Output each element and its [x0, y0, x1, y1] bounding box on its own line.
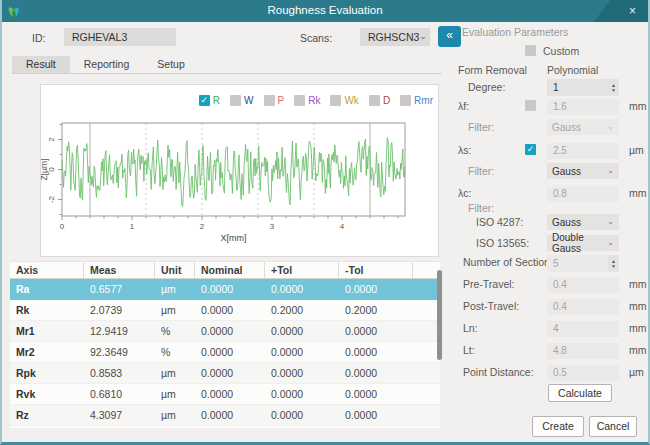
- value-cell: 0.0000: [339, 405, 413, 425]
- iso-4287-value: Gauss: [552, 217, 581, 228]
- point-distance-field: 0.5: [547, 365, 619, 381]
- value-cell: 92.3649: [84, 342, 155, 362]
- post-travel-label: Post-Travel:: [463, 300, 519, 312]
- iso-13565-value: Double Gauss: [552, 232, 607, 254]
- column-header-axis[interactable]: Axis: [10, 262, 84, 279]
- filter-s-select[interactable]: Gauss ⌄: [547, 163, 619, 179]
- filter-s-label: Filter:: [468, 165, 494, 177]
- legend-item-r[interactable]: ✓R: [199, 95, 220, 106]
- x-tick-label: 2: [200, 222, 205, 231]
- filter-f-value: Gauss: [552, 122, 581, 133]
- num-sections-value: 5: [547, 255, 608, 272]
- value-cell: 0.0000: [339, 279, 413, 299]
- table-row-rvk[interactable]: Rvk0.6810µm0.00000.00000.0000: [10, 384, 440, 405]
- axis-cell: Ra: [10, 279, 84, 299]
- table-row-rz[interactable]: Rz4.3097µm0.00000.00000.0000: [10, 405, 440, 426]
- value-cell: 0.2000: [339, 300, 413, 320]
- d-profile-checkbox[interactable]: ✓: [369, 95, 380, 106]
- value-cell: 12.9419: [84, 321, 155, 341]
- axis-cell: Rvk: [10, 384, 84, 404]
- point-distance-label: Point Distance:: [463, 366, 534, 378]
- roughness-profile-chart: 01234-202Z[µm]X[mm]: [41, 85, 440, 258]
- point-distance-unit: µm: [629, 366, 644, 378]
- column-header-unit[interactable]: Unit: [155, 262, 195, 279]
- lt-label: Lt:: [463, 344, 475, 356]
- value-cell: 0.8583: [84, 363, 155, 383]
- value-cell: 0.0000: [265, 384, 339, 404]
- chevron-down-icon: ⌄: [607, 217, 614, 226]
- value-cell: 0.6577: [84, 279, 155, 299]
- id-label: ID:: [32, 32, 45, 44]
- legend-item-p[interactable]: ✓P: [264, 95, 285, 106]
- evaluation-parameters-title: Evaluation Parameters: [462, 26, 568, 38]
- value-cell: 0.0000: [265, 363, 339, 383]
- form-removal-value: Polynomial: [547, 64, 598, 76]
- value-cell: 0.2000: [265, 300, 339, 320]
- value-cell: %: [155, 321, 195, 341]
- value-cell: µm: [155, 363, 195, 383]
- tab-setup[interactable]: Setup: [143, 56, 198, 73]
- axis-cell: Mr1: [10, 321, 84, 341]
- legend-label: W: [244, 95, 253, 106]
- degree-label: Degree:: [468, 81, 505, 93]
- table-row-mr1[interactable]: Mr112.9419%0.00000.00000.0000: [10, 321, 440, 342]
- table-row-rpk[interactable]: Rpk0.8583µm0.00000.00000.0000: [10, 363, 440, 384]
- scans-selected-value: RGHSCN3: [368, 28, 419, 46]
- column-header-meas[interactable]: Meas: [84, 262, 155, 279]
- lambda-f-checkbox[interactable]: ✓: [525, 100, 536, 111]
- value-cell: 0.0000: [195, 405, 265, 425]
- value-cell: µm: [155, 384, 195, 404]
- tab-reporting[interactable]: Reporting: [70, 56, 144, 73]
- table-row-mr2[interactable]: Mr292.3649%0.00000.00000.0000: [10, 342, 440, 363]
- table-row-rk[interactable]: Rk2.0739µm0.00000.20000.2000: [10, 300, 440, 321]
- rmr-profile-checkbox[interactable]: ✓: [400, 95, 411, 106]
- legend-label: D: [383, 95, 390, 106]
- lambda-s-checkbox[interactable]: ✓: [525, 144, 536, 155]
- w-profile-checkbox[interactable]: ✓: [230, 95, 241, 106]
- wk-profile-checkbox[interactable]: ✓: [330, 95, 341, 106]
- num-sections-stepper: 5 ▲▼: [547, 255, 619, 272]
- tab-bar: ResultReportingSetup: [12, 56, 442, 74]
- value-cell: 0.0000: [265, 342, 339, 362]
- lt-field: 4.8: [547, 343, 619, 359]
- scans-select[interactable]: RGHSCN3 ⌄: [360, 28, 430, 46]
- cancel-button[interactable]: Cancel: [589, 416, 637, 437]
- degree-stepper[interactable]: 1 ▲▼: [547, 79, 619, 96]
- post-travel-field: 0.4: [547, 299, 619, 315]
- filter-s-value: Gauss: [552, 166, 581, 177]
- calculate-button[interactable]: Calculate: [548, 384, 612, 402]
- id-input[interactable]: RGHEVAL3: [64, 28, 176, 46]
- tab-result[interactable]: Result: [12, 56, 70, 73]
- stepper-arrows-icon[interactable]: ▲▼: [608, 79, 619, 96]
- y-tick-label: -2: [47, 195, 56, 203]
- column-header-tol[interactable]: -Tol: [339, 262, 413, 279]
- iso-4287-select[interactable]: Gauss ⌄: [547, 214, 619, 230]
- table-scrollbar[interactable]: [437, 270, 442, 360]
- value-cell: 4.3097: [84, 405, 155, 425]
- post-travel-unit: mm: [629, 300, 647, 312]
- collapse-panel-button[interactable]: «: [438, 26, 461, 47]
- window-title: Roughness Evaluation: [0, 4, 650, 16]
- create-button[interactable]: Create: [532, 416, 584, 437]
- legend-item-rk[interactable]: ✓Rk: [294, 95, 320, 106]
- p-profile-checkbox[interactable]: ✓: [264, 95, 275, 106]
- ln-unit: mm: [629, 322, 647, 334]
- r-profile-checkbox[interactable]: ✓: [199, 95, 210, 106]
- iso-13565-select[interactable]: Double Gauss ⌄: [547, 235, 619, 251]
- x-tick-label: 3: [270, 222, 275, 231]
- rk-profile-checkbox[interactable]: ✓: [294, 95, 305, 106]
- legend-item-d[interactable]: ✓D: [369, 95, 390, 106]
- x-tick-label: 1: [130, 222, 135, 231]
- chevron-down-icon: ⌄: [607, 122, 614, 131]
- chevron-down-icon: ⌄: [419, 27, 427, 45]
- custom-checkbox[interactable]: ✓: [525, 45, 536, 56]
- legend-item-w[interactable]: ✓W: [230, 95, 253, 106]
- column-header-tol[interactable]: +Tol: [265, 262, 339, 279]
- legend-label: P: [278, 95, 285, 106]
- table-header: AxisMeasUnitNominal+Tol-Tol: [10, 261, 440, 279]
- legend-item-rmr[interactable]: ✓Rmr: [400, 95, 433, 106]
- column-header-nominal[interactable]: Nominal: [195, 262, 265, 279]
- table-row-ra[interactable]: Ra0.6577µm0.00000.00000.0000: [10, 279, 440, 300]
- value-cell: 2.0739: [84, 300, 155, 320]
- legend-item-wk[interactable]: ✓Wk: [330, 95, 358, 106]
